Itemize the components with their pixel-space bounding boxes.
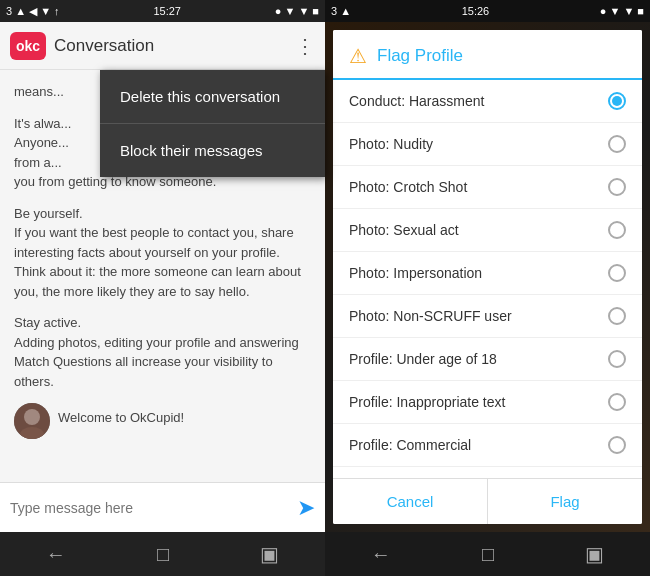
status-bar-right: 3 ▲ 15:26 ● ▼ ▼ ■ [325,0,650,22]
flag-title: Flag Profile [377,46,463,66]
flag-option-label-6: Profile: Under age of 18 [349,351,497,367]
flag-option-0[interactable]: Conduct: Harassment [333,80,642,123]
chat-text-3: Be yourself.If you want the best people … [14,204,311,302]
message-input[interactable] [10,500,289,516]
flag-option-label-0: Conduct: Harassment [349,93,484,109]
more-options-icon[interactable]: ⋮ [295,34,315,58]
dialog-container: ⚠ Flag Profile Conduct: Harassment Photo… [325,22,650,532]
flag-option-5[interactable]: Photo: Non-SCRUFF user [333,295,642,338]
flag-option-1[interactable]: Photo: Nudity [333,123,642,166]
flag-dialog: ⚠ Flag Profile Conduct: Harassment Photo… [333,30,642,524]
chat-text-5: Welcome to OkCupid! [58,408,184,428]
status-right-icons-left: ● ▼ ▼ ■ [275,5,319,17]
radio-btn-3[interactable] [608,221,626,239]
avatar [14,403,50,439]
flag-options: Conduct: Harassment Photo: Nudity Photo:… [333,80,642,478]
flag-option-8[interactable]: Profile: Commercial [333,424,642,467]
home-icon-right[interactable]: □ [482,543,494,566]
radio-btn-6[interactable] [608,350,626,368]
flag-button[interactable]: Flag [488,479,642,524]
nav-bar-left: ← □ ▣ [0,532,325,576]
left-panel: 3 ▲ ◀ ▼ ↑ 15:27 ● ▼ ▼ ■ okc Conversation… [0,0,325,576]
cancel-button[interactable]: Cancel [333,479,488,524]
flag-option-3[interactable]: Photo: Sexual act [333,209,642,252]
flag-option-2[interactable]: Photo: Crotch Shot [333,166,642,209]
flag-option-label-3: Photo: Sexual act [349,222,459,238]
status-time-right: 15:26 [462,5,490,17]
status-time-left: 15:27 [153,5,181,17]
status-bar-left: 3 ▲ ◀ ▼ ↑ 15:27 ● ▼ ▼ ■ [0,0,325,22]
svg-point-1 [24,409,40,425]
flag-option-label-7: Profile: Inappropriate text [349,394,505,410]
radio-btn-5[interactable] [608,307,626,325]
dropdown-menu: Delete this conversation Block their mes… [100,70,325,177]
delete-conversation-item[interactable]: Delete this conversation [100,70,325,124]
radio-btn-7[interactable] [608,393,626,411]
flag-option-6[interactable]: Profile: Under age of 18 [333,338,642,381]
radio-btn-8[interactable] [608,436,626,454]
warning-icon: ⚠ [349,44,367,68]
message-input-bar: ➤ [0,482,325,532]
home-icon[interactable]: □ [157,543,169,566]
flag-option-label-4: Photo: Impersonation [349,265,482,281]
okc-logo: okc [10,32,46,60]
flag-option-label-1: Photo: Nudity [349,136,433,152]
status-left-right: 3 ▲ [331,5,351,17]
send-icon[interactable]: ➤ [297,495,315,521]
flag-option-label-2: Photo: Crotch Shot [349,179,467,195]
status-icons-left: 3 ▲ ◀ ▼ ↑ [6,5,60,18]
flag-option-label-5: Photo: Non-SCRUFF user [349,308,512,324]
radio-btn-4[interactable] [608,264,626,282]
flag-actions: Cancel Flag [333,478,642,524]
radio-btn-1[interactable] [608,135,626,153]
radio-btn-2[interactable] [608,178,626,196]
flag-header: ⚠ Flag Profile [333,30,642,80]
flag-option-4[interactable]: Photo: Impersonation [333,252,642,295]
flag-option-7[interactable]: Profile: Inappropriate text [333,381,642,424]
status-icons-right: ● ▼ ▼ ■ [600,5,644,17]
nav-bar-right: ← □ ▣ [325,532,650,576]
back-icon[interactable]: ← [46,543,66,566]
right-panel: 3 ▲ 15:26 ● ▼ ▼ ■ ⚠ Flag Profile Conduct… [325,0,650,576]
flag-option-label-8: Profile: Commercial [349,437,471,453]
back-icon-right[interactable]: ← [371,543,391,566]
block-messages-item[interactable]: Block their messages [100,124,325,177]
avatar-row: Welcome to OkCupid! [14,403,311,439]
recents-icon[interactable]: ▣ [260,542,279,566]
recents-icon-right[interactable]: ▣ [585,542,604,566]
radio-btn-0[interactable] [608,92,626,110]
app-header: okc Conversation ⋮ [0,22,325,70]
conversation-title: Conversation [54,36,287,56]
chat-text-4: Stay active.Adding photos, editing your … [14,313,311,391]
